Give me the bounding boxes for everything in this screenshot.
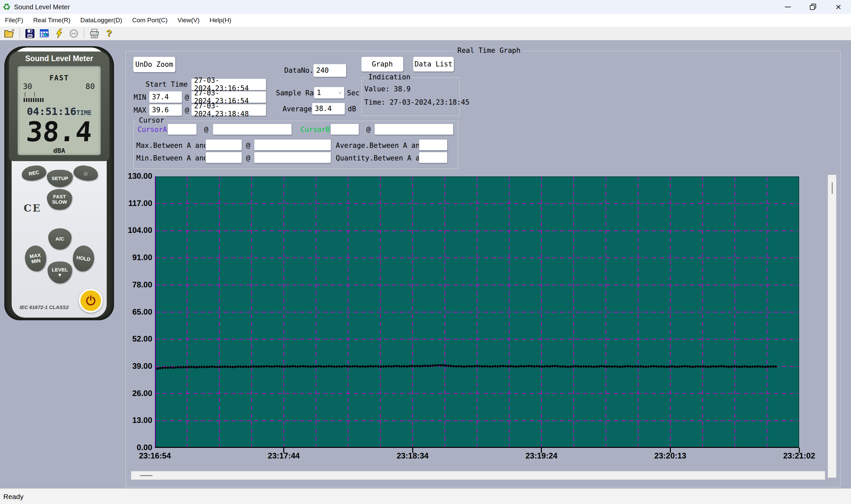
x-axis-tick xyxy=(799,448,800,453)
sample-rate-select[interactable]: 1˅ xyxy=(314,87,344,99)
data-list-button[interactable]: Data List xyxy=(413,56,454,72)
lcd-reading: 38.4 xyxy=(17,116,102,147)
x-tick-label: 23:16:54 xyxy=(139,451,171,461)
app-window: ♻ Sound Level Meter × File(F) Real Time(… xyxy=(0,0,851,504)
avg-between-label: Average.Between A and B xyxy=(336,142,432,149)
device-brand: Sound Level Meter xyxy=(9,54,109,63)
min-label: MIN xyxy=(134,93,146,101)
restore-icon xyxy=(810,3,817,11)
lcd-scale-high: 80 xyxy=(85,82,95,91)
min-at: @ xyxy=(185,93,189,101)
menubar: File(F) Real Time(R) DataLogger(D) Com P… xyxy=(0,14,851,26)
y-tick-label: 78.00 xyxy=(115,280,152,289)
y-tick-label: 0.00 xyxy=(115,443,152,452)
window-title: Sound Level Meter xyxy=(14,3,70,11)
device-screen-bezel: Sound Level Meter FAST 30 80 | | 04:51:1… xyxy=(9,52,109,161)
max-between-time-field[interactable] xyxy=(254,139,331,150)
min-between-label: Min.Between A and B xyxy=(136,154,216,162)
ce-mark: CE xyxy=(23,202,41,214)
status-text: Ready xyxy=(3,493,23,501)
close-button[interactable]: × xyxy=(826,0,851,14)
backlight-icon: ☼ xyxy=(82,169,89,177)
h-scroll-thumb[interactable] xyxy=(140,475,153,476)
data-no-label: DataNo. xyxy=(284,67,314,74)
data-no-field[interactable]: 240 xyxy=(313,64,347,77)
min-time-field[interactable]: 27-03-2024,23:16:54 xyxy=(191,91,266,103)
plot-vertical-scrollbar[interactable] xyxy=(828,175,836,478)
y-tick-label: 13.00 xyxy=(115,416,152,425)
power-button xyxy=(79,289,103,313)
max-value-field[interactable]: 39.6 xyxy=(149,104,182,116)
menu-real-time[interactable]: Real Time(R) xyxy=(28,17,75,24)
graph-button[interactable]: Graph xyxy=(361,56,404,72)
statusbar: Ready xyxy=(0,488,851,504)
max-label: MAX xyxy=(134,106,146,114)
open-button[interactable] xyxy=(3,28,15,39)
device-key-fast-slow: FASTSLOW xyxy=(47,189,72,210)
cursor-b-at: @ xyxy=(366,126,371,133)
restore-button[interactable] xyxy=(800,0,826,14)
stop-button-disabled xyxy=(68,28,80,39)
datalogger-button[interactable] xyxy=(39,28,51,39)
toolbar: ? xyxy=(0,26,851,40)
max-between-at: @ xyxy=(246,142,250,149)
y-tick-label: 104.00 xyxy=(115,226,152,235)
min-between-time-field[interactable] xyxy=(254,152,331,163)
help-button[interactable]: ? xyxy=(103,28,115,39)
titlebar: ♻ Sound Level Meter × xyxy=(0,0,851,14)
cursor-b-value-field[interactable] xyxy=(331,124,359,135)
cursor-a-label: CursorA xyxy=(138,126,167,133)
toolbar-separator xyxy=(19,29,20,38)
chevron-down-icon: ˅ xyxy=(339,90,341,96)
menu-file[interactable]: File(F) xyxy=(0,17,28,24)
avg-between-value-field[interactable] xyxy=(419,139,447,150)
lightning-icon xyxy=(55,29,63,38)
max-between-label: Max.Between A and B xyxy=(136,142,216,149)
menu-help[interactable]: Help(H) xyxy=(205,17,236,24)
y-tick-label: 52.00 xyxy=(115,334,152,344)
printer-icon xyxy=(89,29,100,38)
v-scroll-thumb[interactable] xyxy=(832,182,833,194)
cursor-a-time-field[interactable] xyxy=(213,124,292,135)
open-folder-icon xyxy=(4,29,15,38)
panel-title: Real Time Graph xyxy=(455,47,523,54)
indication-value: 38.9 xyxy=(394,85,411,93)
save-button[interactable] xyxy=(24,28,36,39)
menu-com-port[interactable]: Com Port(C) xyxy=(127,17,173,24)
device-standard-label: IEC 61672-1 CLASS2 xyxy=(20,304,69,310)
lcd-unit: dBA xyxy=(18,146,101,155)
average-field[interactable]: 38.4 xyxy=(312,103,345,114)
save-floppy-icon xyxy=(25,29,35,38)
cursor-a-value-field[interactable] xyxy=(167,124,197,135)
realtime-connect-button[interactable] xyxy=(53,28,65,39)
max-at: @ xyxy=(185,106,189,114)
plot-horizontal-scrollbar[interactable] xyxy=(131,471,825,480)
menu-datalogger[interactable]: DataLogger(D) xyxy=(75,17,127,24)
y-tick-label: 130.00 xyxy=(115,172,152,181)
qty-between-value-field[interactable] xyxy=(419,152,447,163)
cursor-b-time-field[interactable] xyxy=(374,124,454,135)
y-tick-label: 117.00 xyxy=(115,199,152,208)
y-tick-label: 26.00 xyxy=(115,389,152,398)
average-unit: dB xyxy=(348,105,356,113)
lcd-clock: 04:51:16TIME xyxy=(18,105,101,117)
y-tick-label: 39.00 xyxy=(115,361,152,371)
minimize-button[interactable] xyxy=(775,0,800,14)
max-between-value-field[interactable] xyxy=(206,139,242,150)
undo-zoom-button[interactable]: UnDo Zoom xyxy=(133,56,176,72)
min-between-at: @ xyxy=(246,154,250,162)
realtime-plot[interactable] xyxy=(155,176,799,448)
lcd-mode: FAST xyxy=(18,74,101,82)
start-time-field[interactable]: 27-03-2024,23:16:54 xyxy=(191,78,266,90)
cursor-title: Cursor xyxy=(136,116,167,124)
lcd-scale-ticks: | | xyxy=(23,91,38,97)
print-button[interactable] xyxy=(88,28,101,39)
min-value-field[interactable]: 37.4 xyxy=(149,91,182,103)
data-table-icon xyxy=(39,29,50,38)
power-icon xyxy=(85,295,96,306)
menu-view[interactable]: View(V) xyxy=(173,17,205,24)
max-time-field[interactable]: 27-03-2024,23:18:48 xyxy=(191,104,266,116)
min-between-value-field[interactable] xyxy=(206,152,242,163)
x-axis-tick xyxy=(283,448,284,453)
average-label: Average xyxy=(283,105,312,113)
